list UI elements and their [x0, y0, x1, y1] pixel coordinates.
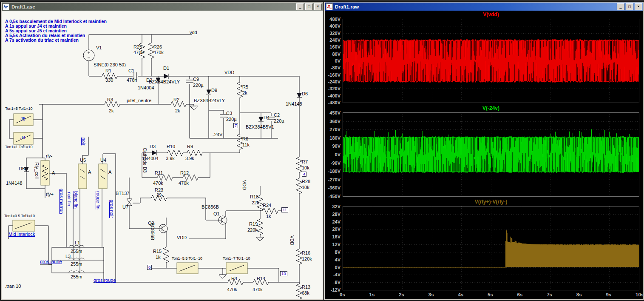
schematic-label: 7 [233, 123, 238, 128]
schematic-label: 2k [109, 109, 114, 113]
resistor-symbol [296, 157, 302, 172]
schematic-label: R19 [249, 222, 258, 226]
schematic-label: R11 [155, 171, 163, 175]
y-tick-label: -4V [325, 272, 340, 277]
minimize-button[interactable]: _ [617, 3, 624, 10]
schematic-label: BT137 [116, 191, 129, 196]
schematic-window: Draft1.asc _ □ × [0, 1, 324, 301]
y-tick-label: 90V [325, 144, 340, 149]
schematic-label: BZX84B24VLY [194, 98, 225, 103]
schematic-label: 470k [133, 50, 144, 55]
schematic-label: U5 [80, 158, 86, 163]
schematic-label: 220µ [193, 83, 204, 88]
waveform-canvas-2[interactable] [343, 113, 639, 196]
y-tick-label: -12V [325, 288, 340, 292]
waveform-area[interactable]: V(vdd)480V400V320V240V160V80V0V-80V-160V… [325, 11, 643, 299]
schematic-label: A 1s appui sur J4 et maintien [5, 24, 67, 29]
y-tick-label: 450V [325, 111, 340, 115]
schematic-label: D9 [211, 88, 217, 93]
x-tick-label: 0s [340, 292, 345, 298]
maximize-button[interactable]: □ [626, 3, 633, 10]
schematic-label: R12 [180, 171, 189, 175]
schematic-canvas[interactable]: A 0,5s basculement de Mid Interlock et m… [2, 11, 323, 299]
y-tick-label: 28V [325, 212, 340, 217]
schematic-label: R24 [263, 203, 271, 208]
schematic-label: VDD [224, 70, 234, 75]
schematic-label: 39 [156, 193, 162, 198]
x-tick-label: 6s [517, 292, 523, 298]
schematic-label: 6 [147, 265, 152, 270]
x-tick-label: 3s [428, 292, 434, 298]
schematic-label: 220k [247, 228, 258, 232]
schematic-label: 1N4004 [138, 86, 154, 90]
schematic-label: U7 [122, 205, 128, 209]
y-tick-label: 400V [325, 24, 340, 29]
x-tick-label: 1s [369, 292, 375, 298]
schematic-label: vdd [190, 30, 197, 35]
schematic-label: pitet_neutre [127, 98, 151, 103]
schematic-label: R1 [105, 69, 111, 73]
schematic-label: Mid Interlock [9, 232, 35, 237]
y-tick-label: 480V [325, 17, 340, 22]
schematic-label: 255m [71, 262, 82, 267]
y-tick-label: 180V [325, 136, 340, 140]
y-tick-label: 80V [325, 52, 340, 57]
minimize-button[interactable]: _ [296, 3, 304, 10]
y-tick-label: -160V [325, 73, 340, 77]
y-tick-label: 0V [325, 265, 340, 270]
schematic-label: R4 [231, 276, 237, 281]
resistor-symbol [171, 101, 186, 107]
schematic-label: R7 [302, 160, 308, 164]
schematic-label: 330 [105, 78, 113, 83]
resistor-symbol [157, 175, 173, 181]
schematic-label: BZX84B24VLY [149, 80, 180, 84]
schematic-label: R25 [133, 45, 142, 49]
trace-title[interactable]: V(vdd) [343, 11, 639, 17]
schematic-label: 255m [71, 275, 82, 279]
trace-title[interactable]: V(rly+)-V(rly-) [343, 199, 639, 205]
schematic-label: D2 [146, 78, 152, 83]
y-tick-label: 4V [325, 258, 340, 262]
ltspice-waveform-icon[interactable] [326, 3, 333, 10]
schematic-label: 3.9k [185, 156, 194, 161]
waveform-titlebar[interactable]: Draft1.raw _ □ × [325, 3, 643, 11]
diode-symbol [258, 117, 264, 121]
diode-symbol [152, 150, 156, 155]
y-tick-label: 8V [325, 250, 340, 255]
schematic-label: rly- [46, 154, 52, 158]
schematic-label: gros noir [109, 200, 114, 218]
schematic-label: 470k [153, 181, 163, 186]
schematic-label: blanc fin [74, 191, 78, 209]
schematic-label: 1N4148 [286, 102, 302, 106]
close-button[interactable]: × [314, 3, 322, 10]
waveform-canvas-1[interactable] [343, 19, 639, 103]
schematic-label: VDD [242, 180, 247, 190]
y-tick-label: 240V [325, 38, 340, 43]
schematic-label: 470k [179, 181, 189, 186]
x-tick-label: 8s [576, 292, 582, 298]
y-tick-label: 24V [325, 220, 340, 224]
schematic-titlebar[interactable]: Draft1.asc _ □ × [2, 3, 323, 11]
schematic-label: C1 [128, 69, 134, 73]
y-tick-label: -320V [325, 86, 340, 91]
schematic-label: 220µ [274, 119, 284, 123]
schematic-label: Rly_coil [34, 162, 39, 179]
schematic-label: R5 [242, 85, 248, 89]
y-tick-label: -270V [325, 178, 340, 182]
ltspice-schematic-icon[interactable] [3, 3, 9, 10]
close-button[interactable]: × [635, 3, 642, 10]
trace-title[interactable]: V(-24v) [343, 105, 639, 111]
transistor-symbol [159, 224, 167, 234]
maximize-button[interactable]: □ [305, 3, 313, 10]
schematic-label: 1k [156, 255, 161, 260]
waveform-canvas-3[interactable] [343, 206, 639, 290]
voltage-source-symbol [83, 50, 94, 61]
resistor-symbol [237, 82, 243, 97]
y-tick-label: 16V [325, 235, 340, 239]
schematic-label: 255m [71, 249, 82, 254]
schematic-label: R9 [187, 144, 193, 149]
schematic-label: Ton1=5.5 Tof1=10 [172, 257, 202, 261]
schematic-label: 470n [127, 78, 137, 83]
y-tick-label: 12V [325, 242, 340, 247]
schematic-label: VDD [289, 235, 294, 245]
